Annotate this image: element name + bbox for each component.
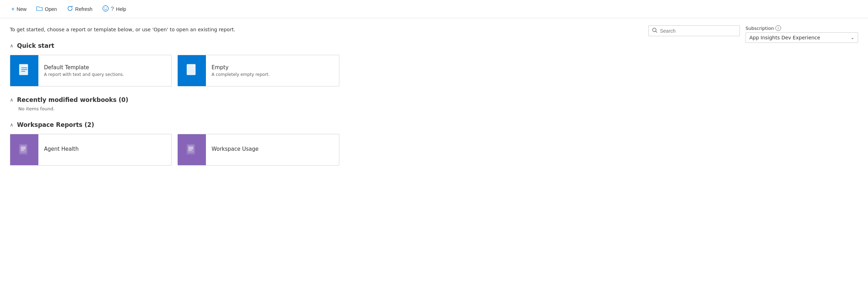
search-box[interactable]	[648, 25, 740, 36]
recently-modified-section: ∧ Recently modified workbooks (0) No ite…	[10, 96, 858, 111]
svg-point-2	[106, 7, 107, 8]
quick-start-header[interactable]: ∧ Quick start	[10, 42, 858, 49]
quick-start-cards: Default Template A report with text and …	[10, 55, 858, 86]
default-template-icon-area	[10, 55, 38, 86]
workspace-reports-title: Workspace Reports (2)	[17, 121, 94, 128]
svg-point-0	[103, 6, 108, 11]
svg-rect-10	[20, 145, 26, 153]
default-template-card[interactable]: Default Template A report with text and …	[10, 55, 172, 86]
agent-health-icon-area	[10, 134, 38, 166]
empty-template-icon-area	[178, 55, 206, 86]
empty-template-text: Empty A completely empty report.	[206, 60, 339, 81]
subscription-value: App Insights Dev Experience	[749, 35, 820, 40]
svg-point-3	[653, 28, 656, 32]
subscription-label: Subscription i	[746, 25, 858, 31]
smiley-icon	[102, 5, 109, 13]
collapse-icon-workspace: ∧	[10, 122, 13, 128]
default-template-desc: A report with text and query sections.	[44, 72, 166, 77]
new-button[interactable]: + New	[7, 4, 31, 14]
agent-health-text: Agent Health	[38, 142, 171, 158]
empty-template-desc: A completely empty report.	[212, 72, 333, 77]
new-icon: +	[11, 6, 14, 12]
workspace-reports-cards: Agent Health Workspace Usage	[10, 134, 858, 166]
main-content: To get started, choose a report or templ…	[0, 18, 868, 184]
recently-modified-header[interactable]: ∧ Recently modified workbooks (0)	[10, 96, 858, 103]
collapse-icon-recent: ∧	[10, 97, 13, 103]
agent-health-title: Agent Health	[44, 146, 166, 152]
help-label: Help	[116, 6, 126, 12]
no-items-text: No items found.	[18, 106, 858, 111]
workspace-reports-header[interactable]: ∧ Workspace Reports (2)	[10, 121, 858, 128]
svg-point-1	[104, 7, 105, 8]
workspace-usage-card[interactable]: Workspace Usage	[177, 134, 339, 166]
default-template-text: Default Template A report with text and …	[38, 60, 171, 81]
recently-modified-title: Recently modified workbooks (0)	[17, 96, 128, 103]
quick-start-section: ∧ Quick start Default Template A report …	[10, 42, 858, 86]
info-icon[interactable]: i	[775, 25, 781, 31]
workspace-usage-icon-area	[178, 134, 206, 166]
workspace-usage-title: Workspace Usage	[212, 146, 333, 152]
open-label: Open	[45, 6, 57, 12]
refresh-button[interactable]: Refresh	[63, 3, 97, 15]
default-template-title: Default Template	[44, 64, 166, 71]
new-label: New	[17, 6, 26, 12]
chevron-down-icon: ⌄	[851, 35, 854, 40]
collapse-icon: ∧	[10, 43, 13, 48]
empty-template-title: Empty	[212, 64, 333, 71]
open-button[interactable]: Open	[32, 4, 61, 15]
top-controls: Subscription i App Insights Dev Experien…	[648, 25, 858, 43]
search-input[interactable]	[660, 28, 736, 34]
toolbar: + New Open Refresh ? Help	[0, 0, 868, 18]
subscription-dropdown[interactable]: App Insights Dev Experience ⌄	[746, 32, 858, 43]
refresh-label: Refresh	[75, 6, 93, 12]
svg-rect-15	[188, 145, 194, 153]
help-button[interactable]: ? Help	[98, 3, 131, 15]
subscription-group: Subscription i App Insights Dev Experien…	[746, 25, 858, 43]
open-icon	[36, 6, 43, 13]
quick-start-title: Quick start	[17, 42, 54, 49]
workspace-usage-text: Workspace Usage	[206, 142, 339, 158]
svg-line-4	[656, 31, 657, 33]
question-icon: ?	[111, 6, 114, 12]
empty-template-card[interactable]: Empty A completely empty report.	[177, 55, 339, 86]
workspace-reports-section: ∧ Workspace Reports (2) Agent Health	[10, 121, 858, 166]
agent-health-card[interactable]: Agent Health	[10, 134, 172, 166]
search-icon	[652, 28, 657, 34]
refresh-icon	[67, 5, 73, 13]
